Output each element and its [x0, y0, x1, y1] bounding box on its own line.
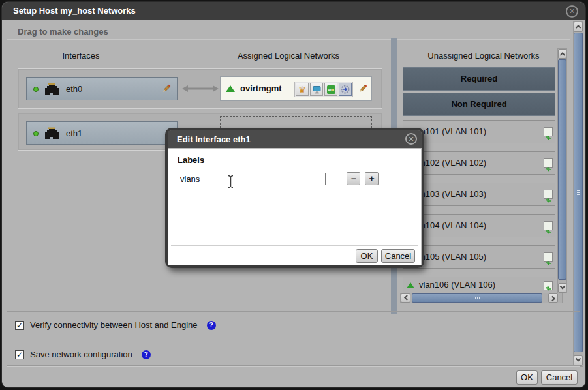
question-glyph: ?: [209, 322, 213, 329]
network-up-triangle-icon: [407, 282, 414, 288]
nic-icon: [43, 82, 61, 96]
interface-eth0[interactable]: eth0: [26, 77, 178, 100]
unassigned-h-scrollbar[interactable]: [400, 293, 563, 303]
nic-icon: [43, 127, 61, 140]
dialog-scrollbar[interactable]: [573, 21, 583, 367]
scroll-down-button[interactable]: [558, 283, 566, 293]
vlan-label: vlan106 (VLAN 106): [419, 280, 495, 290]
unassigned-network-vlan106[interactable]: vlan106 (VLAN 106): [403, 277, 555, 293]
cancel-button[interactable]: Cancel: [541, 370, 578, 385]
modal-ok-button[interactable]: OK: [356, 249, 378, 263]
network-name: ovirtmgmt: [240, 83, 282, 93]
save-network-checkbox[interactable]: ✓: [15, 350, 24, 359]
interfaces-column-header: Interfaces: [16, 51, 146, 61]
chevron-right-icon: [549, 296, 555, 301]
unassigned-scrollbar[interactable]: [557, 48, 567, 293]
scroll-right-button[interactable]: [548, 293, 558, 303]
text-cursor-icon: [227, 175, 234, 188]
add-label-button[interactable]: +: [365, 172, 379, 185]
interface-name: eth0: [66, 84, 82, 94]
check-icon: ✓: [16, 321, 23, 330]
chevron-left-icon: [404, 295, 409, 300]
unsynced-icon: [544, 281, 553, 290]
unsynced-icon: [544, 127, 553, 136]
close-icon[interactable]: ✕: [566, 5, 578, 18]
modal-titlebar: Edit Interface eth1: [168, 130, 422, 148]
chevron-down-icon: [576, 356, 581, 361]
verify-connectivity-checkbox[interactable]: ✓: [15, 321, 24, 330]
modal-cancel-button[interactable]: Cancel: [381, 249, 415, 263]
display-network-icon: [310, 83, 323, 96]
vm-network-icon: vm: [324, 83, 337, 96]
dialog-titlebar: Setup Host my_host Networks: [2, 2, 585, 20]
options-separator: [7, 311, 580, 312]
scroll-down-button[interactable]: [574, 355, 583, 366]
footer-separator: [7, 365, 580, 366]
unassigned-network-vlan105[interactable]: vlan105 (VLAN 105): [403, 245, 555, 269]
eth0-group: eth0 ovirtmgmt ♛: [18, 68, 382, 109]
unassigned-network-vlan104[interactable]: vlan104 (VLAN 104): [403, 214, 555, 237]
dialog-title: Setup Host my_host Networks: [13, 6, 136, 16]
ok-button[interactable]: OK: [516, 370, 538, 385]
chevron-up-icon: [576, 25, 581, 30]
help-icon[interactable]: ?: [142, 350, 151, 359]
edit-network-pencil-icon[interactable]: [358, 83, 368, 94]
status-up-icon: [33, 131, 39, 136]
scroll-left-button[interactable]: [401, 293, 410, 303]
scroll-up-button[interactable]: [558, 49, 566, 59]
unassigned-network-vlan101[interactable]: vlan101 (VLAN 101): [403, 120, 555, 143]
unsynced-icon: [544, 221, 553, 230]
check-icon: ✓: [16, 350, 23, 359]
unsynced-icon: [544, 158, 553, 168]
labels-heading: Labels: [178, 155, 204, 165]
close-glyph: ✕: [569, 7, 575, 15]
question-glyph: ?: [144, 351, 148, 358]
verify-connectivity-option: ✓ Verify connectivity between Host and E…: [15, 320, 216, 330]
modal-title: Edit Interface eth1: [177, 134, 251, 144]
vm-glyph: vm: [327, 85, 335, 94]
non-required-header: Non Required: [403, 93, 555, 116]
interface-eth1[interactable]: eth1: [26, 121, 178, 145]
save-network-label: Save network configuration: [30, 350, 132, 359]
interface-name: eth1: [66, 128, 82, 138]
chevron-up-icon: [559, 52, 565, 57]
scroll-up-button[interactable]: [574, 22, 583, 32]
remove-label-button[interactable]: −: [347, 172, 360, 185]
edit-interface-modal: Edit Interface eth1 ✕ Labels − + OK Canc…: [165, 128, 424, 268]
modal-body: Labels − + OK Cancel: [168, 148, 422, 265]
close-glyph: ✕: [408, 135, 414, 143]
modal-footer-separator: [171, 245, 418, 246]
unsynced-icon: [544, 252, 553, 262]
save-network-option: ✓ Save network configuration ?: [15, 350, 151, 359]
chevron-down-icon: [559, 284, 565, 289]
unassigned-column-header: Unassigned Logical Networks: [399, 51, 568, 61]
required-header: Required: [403, 67, 555, 91]
unassigned-network-vlan102[interactable]: vlan102 (VLAN 102): [403, 151, 555, 175]
scrollbar-thumb[interactable]: [412, 293, 542, 303]
drag-hint-text: Drag to make changes: [18, 27, 108, 37]
edit-pencil-icon[interactable]: [161, 83, 172, 94]
assigned-column-header: Assigned Logical Networks: [191, 51, 386, 61]
header-divider: [7, 39, 570, 40]
crown-glyph: ♛: [298, 85, 306, 95]
modal-close-icon[interactable]: ✕: [405, 133, 417, 145]
unassigned-network-vlan103[interactable]: vlan103 (VLAN 103): [403, 183, 555, 206]
verify-connectivity-label: Verify connectivity between Host and Eng…: [30, 320, 198, 330]
scrollbar-thumb[interactable]: [574, 33, 583, 352]
unsynced-icon: [544, 190, 553, 199]
help-icon[interactable]: ?: [207, 321, 216, 330]
migration-network-icon: [339, 83, 352, 96]
label-input[interactable]: [178, 173, 326, 185]
status-up-icon: [33, 87, 39, 92]
network-ovirtmgmt[interactable]: ovirtmgmt ♛ vm: [220, 76, 372, 101]
network-up-triangle-icon: [226, 85, 235, 92]
scrollbar-thumb[interactable]: [558, 59, 566, 280]
link-arrow-icon: [182, 85, 219, 93]
network-role-icons: ♛ vm: [294, 82, 353, 97]
management-crown-icon: ♛: [296, 83, 309, 96]
